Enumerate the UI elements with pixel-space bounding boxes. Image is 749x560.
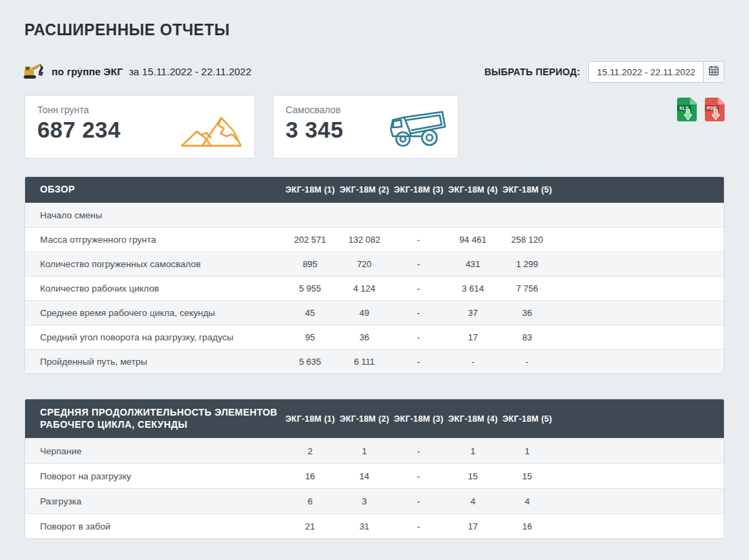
column-header: ЭКГ-18М (4) <box>446 414 500 424</box>
pdf-file-fold <box>718 98 725 104</box>
scope-group-label: по группе ЭКГ <box>52 66 123 77</box>
cell-value: - <box>391 308 446 318</box>
export-xls-button[interactable]: XLS <box>677 98 697 121</box>
table-row: Начало смены <box>25 203 724 227</box>
cell-value: 37 <box>446 308 500 318</box>
table-row: Среднее время рабочего цикла, секунды 45… <box>25 300 724 325</box>
dump-truck-icon <box>386 106 447 151</box>
row-label: Пройденный путь, метры <box>25 357 283 367</box>
cell-value: 49 <box>337 308 391 318</box>
table-row: Разгрузка 6 3 - 4 4 <box>25 488 724 513</box>
table-row: Черпание 2 1 - 1 1 <box>25 438 724 463</box>
column-header: ЭКГ-18М (5) <box>500 185 554 195</box>
period-input-group <box>588 61 725 83</box>
column-header: ЭКГ-18М (2) <box>337 414 391 424</box>
cell-value: 14 <box>337 471 391 481</box>
download-arrow-icon <box>711 109 721 123</box>
export-pdf-button[interactable]: PDF <box>705 98 725 121</box>
cell-value: 5 635 <box>283 357 337 367</box>
table-row: Поворот в забой 21 31 - 17 16 <box>25 513 724 538</box>
page-title: РАСШИРЕННЫЕ ОТЧЕТЫ <box>24 21 230 39</box>
cell-value: 83 <box>500 332 554 342</box>
table-title: СРЕДНЯЯ ПРОДОЛЖИТЕЛЬНОСТЬ ЭЛЕМЕНТОВ РАБО… <box>25 407 283 431</box>
row-label: Количество погруженных самосвалов <box>25 259 283 269</box>
row-label: Разгрузка <box>25 496 283 506</box>
cell-value: 21 <box>283 521 337 532</box>
xls-file-fold <box>690 98 697 104</box>
column-header: ЭКГ-18М (1) <box>283 414 337 424</box>
table-row: Средний угол поворота на разгрузку, град… <box>25 325 724 349</box>
column-header: ЭКГ-18М (3) <box>391 185 446 195</box>
cell-value: - <box>500 357 554 367</box>
cell-value: - <box>391 235 446 245</box>
export-buttons: XLS PDF <box>677 98 725 121</box>
row-label: Масса отгруженного грунта <box>25 235 283 245</box>
cell-value: 202 571 <box>283 235 337 245</box>
period-picker: ВЫБРАТЬ ПЕРИОД: <box>484 61 725 83</box>
row-label: Средний угол поворота на разгрузку, град… <box>25 332 283 342</box>
column-header: ЭКГ-18М (2) <box>337 185 391 195</box>
cell-value: 895 <box>283 259 337 269</box>
column-header: ЭКГ-18М (5) <box>500 414 554 424</box>
cell-value: 17 <box>446 332 500 342</box>
cell-value: - <box>446 357 500 367</box>
cell-value: 3 <box>337 496 391 506</box>
overview-table: ОБЗОР ЭКГ-18М (1) ЭКГ-18М (2) ЭКГ-18М (3… <box>24 176 725 374</box>
table-row: Масса отгруженного грунта 202 571 132 08… <box>25 227 724 252</box>
cell-value: - <box>391 496 446 506</box>
cell-value: - <box>391 446 446 456</box>
cell-value: 15 <box>446 471 500 481</box>
cycle-table-header: СРЕДНЯЯ ПРОДОЛЖИТЕЛЬНОСТЬ ЭЛЕМЕНТОВ РАБО… <box>25 399 724 438</box>
table-row: Количество погруженных самосвалов 895 72… <box>25 252 724 276</box>
cell-value: 6 111 <box>337 357 391 367</box>
cell-value: 4 <box>446 496 500 506</box>
cell-value: - <box>391 357 446 367</box>
row-label: Количество рабочих циклов <box>25 283 283 294</box>
row-label: Поворот на разгрузку <box>25 471 283 481</box>
cell-value: - <box>391 332 446 342</box>
column-header: ЭКГ-18М (1) <box>283 185 337 195</box>
cell-value: 5 955 <box>283 283 337 294</box>
cell-value: 1 299 <box>500 259 554 269</box>
row-label: Среднее время рабочего цикла, секунды <box>25 308 283 318</box>
period-input[interactable] <box>589 62 703 82</box>
cell-value: - <box>391 283 446 294</box>
ground-pile-icon <box>179 111 244 151</box>
cell-value: 6 <box>283 496 337 506</box>
scope-period-text: за 15.11.2022 - 22.11.2022 <box>129 66 252 77</box>
cell-value: 258 120 <box>500 235 554 245</box>
table-row: Количество рабочих циклов 5 955 4 124 - … <box>25 276 724 300</box>
cell-value: 132 082 <box>337 235 391 245</box>
excavator-icon <box>22 62 45 80</box>
row-label: Поворот в забой <box>25 521 283 532</box>
cell-value: 17 <box>446 521 500 532</box>
card-dump-trucks: Самосвалов 3 345 <box>273 95 459 159</box>
calendar-button[interactable] <box>703 62 724 82</box>
cell-value: 36 <box>337 332 391 342</box>
table-row: Поворот на разгрузку 16 14 - 15 15 <box>25 463 724 488</box>
cell-value: 16 <box>283 471 337 481</box>
calendar-icon <box>708 65 719 79</box>
cell-value: - <box>391 471 446 481</box>
cell-value: 4 124 <box>337 283 391 294</box>
cell-value: 94 461 <box>446 235 500 245</box>
report-scope: по группе ЭКГ за 15.11.2022 - 22.11.2022 <box>22 62 252 80</box>
column-header: ЭКГ-18М (3) <box>391 414 446 424</box>
card-tons-of-ground: Тонн грунта 687 234 <box>24 95 255 159</box>
column-header: ЭКГ-18М (4) <box>446 185 500 195</box>
cell-value: 95 <box>283 332 337 342</box>
cell-value: - <box>391 521 446 532</box>
cell-value: 720 <box>337 259 391 269</box>
cell-value: 431 <box>446 259 500 269</box>
cell-value: 1 <box>337 446 391 456</box>
table-row: Пройденный путь, метры 5 635 6 111 - - - <box>25 349 724 374</box>
cell-value: 7 756 <box>500 283 554 294</box>
table-title: ОБЗОР <box>25 184 283 196</box>
cell-value: 1 <box>446 446 500 456</box>
cell-value: - <box>391 259 446 269</box>
cell-value: 36 <box>500 308 554 318</box>
cell-value: 1 <box>500 446 554 456</box>
cell-value: 2 <box>283 446 337 456</box>
cell-value: 16 <box>500 521 554 532</box>
download-arrow-icon <box>683 109 693 123</box>
